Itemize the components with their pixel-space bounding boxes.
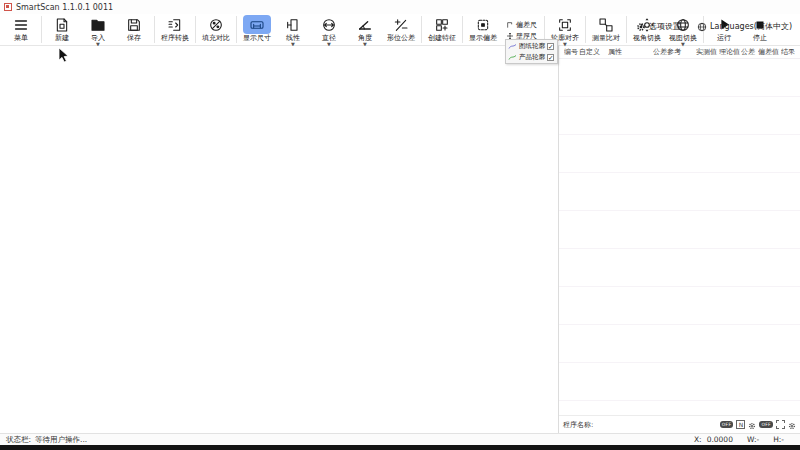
window-title: SmartScan 1.1.0.1 0011 <box>16 3 113 12</box>
toolbar-button-linear[interactable]: 线性 ▼ <box>275 15 311 46</box>
toolbar-button-save[interactable]: 保存 <box>116 15 152 42</box>
status-text: 等待用户操作... <box>35 435 87 445</box>
settings-gear-icon-small-2[interactable] <box>788 415 796 434</box>
toolbar-button-show-deviation[interactable]: 显示偏差 <box>465 15 501 42</box>
program-name-label: 程序名称: <box>563 420 593 430</box>
toolbar-button-gdt[interactable]: 形位公差 <box>383 15 419 42</box>
mouse-cursor <box>58 48 70 64</box>
toolbar-button-program-convert[interactable]: 程序转换 <box>157 15 193 42</box>
drawing-contour-line-icon <box>508 43 517 50</box>
toolbar-separator <box>462 16 463 43</box>
dropdown-caret-icon: ▼ <box>681 42 685 46</box>
angle-icon <box>351 15 379 34</box>
toolbar-button-show-dimension[interactable]: 显示尺寸 <box>239 15 275 42</box>
n-mode-box[interactable]: N <box>736 420 745 429</box>
toggle-off-badge-2[interactable]: OFF <box>759 421 773 428</box>
status-label: 状态栏: <box>6 435 31 445</box>
show-dimension-icon <box>243 15 271 34</box>
width-readout: W:- <box>747 435 759 444</box>
main-area: 编号 自定义 属性 公差参考 实测值 理论值 公差 偏差值 结果 程序名称: O… <box>0 46 800 433</box>
toggle-off-badge-1[interactable]: OFF <box>720 421 734 428</box>
x-coordinate-value: 0.0000 <box>707 435 733 444</box>
results-panel: 编号 自定义 属性 公差参考 实测值 理论值 公差 偏差值 结果 程序名称: O… <box>558 46 800 433</box>
options-settings-button[interactable]: 选项设置 <box>636 21 681 32</box>
new-file-icon <box>48 15 76 34</box>
capture-frame-icon[interactable] <box>776 420 785 429</box>
toolbar-button-diameter[interactable]: 直径 ▼ <box>311 15 347 46</box>
program-convert-icon <box>161 15 189 34</box>
dropdown-caret-icon: ▼ <box>563 42 567 46</box>
product-contour-line-icon <box>508 54 517 61</box>
app-icon <box>4 3 12 11</box>
save-icon <box>120 15 148 34</box>
col-header-nominal[interactable]: 理论值 <box>719 47 741 57</box>
toolbar-separator <box>421 16 422 43</box>
toolbar-right-actions: 选项设置 Languages(简体中文) <box>636 21 792 32</box>
height-readout: H:- <box>773 435 784 444</box>
globe-icon <box>697 22 707 32</box>
col-header-custom[interactable]: 自定义 <box>579 47 608 57</box>
col-header-result[interactable]: 结果 <box>781 47 799 57</box>
toolbar-button-import[interactable]: 导入 ▼ <box>80 15 116 46</box>
legend-item-product-contour[interactable]: 产品轮廓 ✓ <box>508 52 555 62</box>
toolbar-button-measure-compare[interactable]: 测量比对 <box>588 15 624 42</box>
x-coordinate-label: X: <box>694 435 702 444</box>
measure-compare-icon <box>592 15 620 34</box>
bottom-black-strip <box>0 445 800 450</box>
col-header-tolerance-ref[interactable]: 公差参考 <box>653 47 696 57</box>
toolbar-button-fill-contrast[interactable]: 填充对比 <box>198 15 234 42</box>
toolbar-separator <box>585 16 586 43</box>
program-name-bar: 程序名称: OFF N OFF <box>559 415 800 433</box>
diameter-icon <box>315 15 343 34</box>
col-header-deviation[interactable]: 偏差值 <box>758 47 781 57</box>
contour-align-icon <box>551 15 579 34</box>
create-feature-icon <box>428 15 456 34</box>
gdt-icon <box>387 15 415 34</box>
toolbar-separator <box>236 16 237 43</box>
toolbar-separator <box>626 16 627 43</box>
toolbar: 菜单 新建 导入 ▼ 保存 程序转换 填充对比 显示尺寸 <box>0 14 800 46</box>
settings-gear-icon-small-1[interactable] <box>748 415 756 434</box>
toolbar-button-angle[interactable]: 角度 ▼ <box>347 15 383 46</box>
toolbar-separator <box>154 16 155 43</box>
col-header-tolerance[interactable]: 公差 <box>741 47 758 57</box>
toolbar-button-create-feature[interactable]: 创建特征 <box>424 15 460 42</box>
menu-icon <box>7 15 35 34</box>
col-header-property[interactable]: 属性 <box>608 47 653 57</box>
legend-item-drawing-contour[interactable]: 图纸轮廓 ✓ <box>508 41 555 51</box>
toolbar-button-menu[interactable]: 菜单 <box>3 15 39 42</box>
toolbar-separator <box>41 16 42 43</box>
deviation-ruler-button[interactable]: 偏差尺 <box>506 21 537 29</box>
status-bar: 状态栏: 等待用户操作... X: 0.0000 W:- H:- <box>0 433 800 445</box>
product-contour-checkbox[interactable]: ✓ <box>547 54 554 61</box>
results-table-header: 编号 自定义 属性 公差参考 实测值 理论值 公差 偏差值 结果 <box>559 46 800 59</box>
fill-contrast-icon <box>202 15 230 34</box>
panel-toggle-icons: OFF N OFF <box>720 415 796 434</box>
linear-icon <box>279 15 307 34</box>
smartscan-window: SmartScan 1.1.0.1 0011 菜单 新建 导入 ▼ 保存 程序转… <box>0 0 800 450</box>
col-header-measured[interactable]: 实测值 <box>696 47 719 57</box>
show-deviation-icon <box>469 15 497 34</box>
contour-legend: 图纸轮廓 ✓ 产品轮廓 ✓ <box>505 39 558 64</box>
status-message: 状态栏: 等待用户操作... <box>6 435 87 445</box>
results-table-body[interactable] <box>559 59 800 415</box>
col-header-number[interactable]: 编号 <box>564 47 579 57</box>
language-switcher[interactable]: Languages(简体中文) <box>697 21 792 32</box>
import-folder-icon <box>84 15 112 34</box>
coordinate-readout: X: 0.0000 W:- H:- <box>694 435 784 444</box>
toolbar-separator <box>195 16 196 43</box>
workspace-canvas[interactable] <box>0 46 558 433</box>
title-bar: SmartScan 1.1.0.1 0011 <box>0 0 800 14</box>
gear-icon <box>636 22 646 32</box>
toolbar-button-new[interactable]: 新建 <box>44 15 80 42</box>
deviation-ruler-icon <box>506 21 514 29</box>
drawing-contour-checkbox[interactable]: ✓ <box>547 43 554 50</box>
